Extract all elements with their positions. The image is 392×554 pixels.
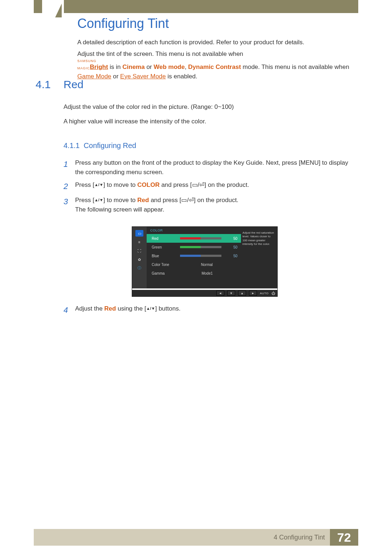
nav-target: Red [137, 197, 149, 204]
intro-text: is in [108, 63, 123, 70]
osd-icon-info[interactable]: ⓘ [135, 265, 143, 271]
section-number: 4.1 [36, 78, 51, 91]
osd-power-icon[interactable]: ⏻ [271, 291, 275, 295]
step-number: 4 [64, 304, 75, 316]
bright-link[interactable]: Bright [90, 62, 108, 72]
steps-block: 1 Press any button on the front of the p… [64, 158, 355, 217]
osd-row-value: 50 [225, 245, 237, 249]
osd-row-textvalue: Mode1 [180, 271, 213, 275]
osd-row-textvalue: Normal [180, 263, 213, 267]
step-text: ] on the product. [194, 197, 238, 204]
osd-panel: ▭ ≡ ⛶ ✿ ⓘ COLOR Red 50 Green [132, 226, 278, 297]
subsection-heading: 4.1.1 Configuring Red [64, 141, 136, 150]
step-text: Adjust the [75, 305, 104, 312]
web-mode-label: Web mode [154, 63, 185, 70]
step-tail: The following screen will appear. [75, 205, 355, 214]
osd-icon-list[interactable]: ≡ [135, 239, 143, 245]
nav-target: COLOR [137, 181, 159, 188]
osd-row-gamma[interactable]: Gamma Mode1 [147, 269, 241, 278]
step-text: Press [ [75, 197, 94, 204]
osd-auto-button[interactable]: AUTO [260, 292, 269, 295]
osd-down-button[interactable]: ▼ [227, 291, 235, 296]
menu-key: MENU [301, 159, 319, 166]
step-text: and press [ [149, 197, 181, 204]
step-text: and press [ [160, 181, 192, 188]
intro-text: , [185, 63, 188, 70]
dynamic-contrast-label: Dynamic Contrast [188, 63, 241, 70]
osd-row-value: 50 [225, 254, 237, 258]
step-number: 1 [64, 158, 75, 177]
osd-row-label: Gamma [152, 271, 180, 275]
nav-target: Red [104, 305, 116, 312]
osd-description: Adjust the red saturation level. Values … [241, 227, 277, 288]
step-2: 2 Press [▲/▼] to move to COLOR and press… [64, 180, 355, 193]
footer: 4 Configuring Tint 72 [34, 529, 358, 546]
step-text: Press [ [75, 181, 94, 188]
header-band [34, 0, 358, 13]
intro-text: or [111, 73, 121, 80]
step-number: 2 [64, 180, 75, 193]
chapter-tab [42, 0, 64, 17]
step-text: ] buttons. [155, 305, 180, 312]
up-down-icon: ▲/▼ [94, 182, 103, 188]
step-text: Press any button on the front of the pro… [75, 159, 301, 166]
section-body-1: Adjust the value of the color red in the… [64, 102, 355, 112]
osd-up-button[interactable]: ▲ [238, 291, 246, 296]
step-text: ] on the product. [204, 181, 249, 188]
intro-text: is enabled. [166, 73, 197, 80]
intro-text: or [145, 63, 154, 70]
intro-block: A detailed description of each function … [77, 38, 355, 81]
osd-row-green[interactable]: Green 50 [147, 243, 241, 251]
osd-row-label: Color Tone [152, 263, 180, 267]
osd-row-label: Green [152, 245, 180, 249]
chapter-title: Configuring Tint [77, 16, 169, 31]
osd-icon-size[interactable]: ⛶ [135, 247, 143, 254]
page-number: 72 [330, 529, 358, 546]
intro-text: Adjust the tint of the screen. This menu… [77, 50, 243, 57]
osd-left-button[interactable]: ◄ [216, 291, 224, 296]
step-3: 3 Press [▲/▼] to move to Red and press [… [64, 196, 355, 215]
osd-header: COLOR [147, 227, 241, 234]
up-down-icon: ▲/▼ [94, 197, 103, 203]
osd-row-label: Red [152, 237, 180, 241]
intro-text: mode. This menu is not available when [241, 63, 349, 70]
intro-line1: A detailed description of each function … [77, 38, 355, 47]
step-number: 3 [64, 196, 75, 215]
up-down-icon: ▲/▼ [146, 305, 155, 312]
eye-saver-link[interactable]: Eye Saver Mode [120, 73, 166, 80]
section-title: Red [64, 78, 83, 91]
step-1: 1 Press any button on the front of the p… [64, 158, 355, 177]
osd-row-value: 50 [225, 237, 237, 241]
step-text: ] to move to [103, 197, 138, 204]
osd-controls: ◄ ▼ ▲ ► AUTO ⏻ [132, 288, 277, 296]
cinema-label: Cinema [122, 63, 144, 70]
confirm-icon: ▭/⏎ [181, 197, 194, 204]
osd-row-color-tone[interactable]: Color Tone Normal [147, 260, 241, 269]
section-body-2: A higher value will increase the intensi… [64, 117, 355, 126]
step-text: ] to move to [103, 181, 138, 188]
osd-icon-picture[interactable]: ▭ [135, 230, 143, 237]
step-4: 4 Adjust the Red using the [▲/▼] buttons… [64, 304, 355, 316]
osd-icon-settings[interactable]: ✿ [135, 256, 143, 263]
osd-right-button[interactable]: ► [249, 291, 257, 296]
osd-row-blue[interactable]: Blue 50 [147, 251, 241, 260]
confirm-icon: ▭/⏎ [192, 181, 205, 188]
step-text: using the [ [116, 305, 146, 312]
osd-category-icons: ▭ ≡ ⛶ ✿ ⓘ [132, 227, 147, 288]
osd-row-label: Blue [152, 254, 180, 258]
osd-row-red[interactable]: Red 50 [147, 234, 241, 243]
footer-chapter-ref: 4 Configuring Tint [274, 534, 325, 541]
